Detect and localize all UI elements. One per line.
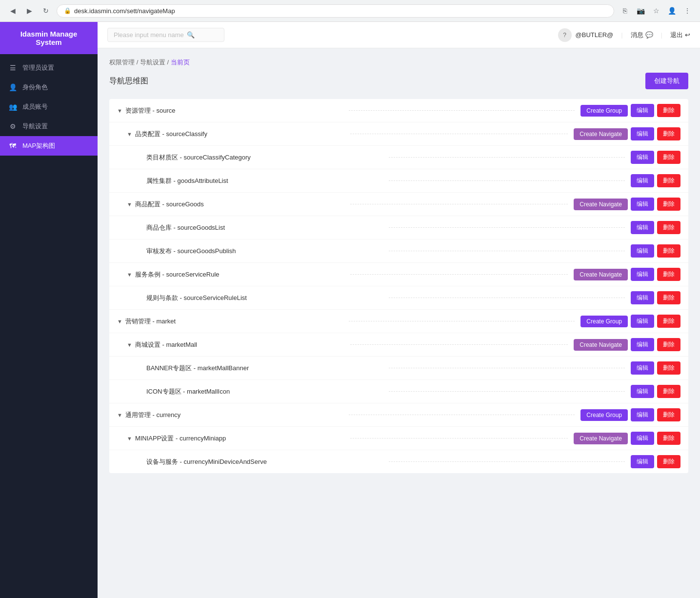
sidebar-item-admin-settings[interactable]: ☰ 管理员设置 [0, 58, 98, 78]
search-box[interactable]: Please input menu name 🔍 [107, 28, 224, 42]
logout-label: 退出 [670, 31, 683, 40]
row-text: 属性集群 - goodsAttributeList [146, 177, 228, 185]
edit-button[interactable]: 编辑 [631, 127, 654, 140]
sidebar-item-label: MAP架构图 [22, 141, 55, 150]
screenshot-button[interactable]: 📷 [634, 4, 647, 18]
delete-button[interactable]: 删除 [657, 432, 680, 445]
delete-button[interactable]: 删除 [657, 338, 680, 351]
edit-button[interactable]: 编辑 [631, 338, 654, 351]
row-text: 品类配置 - sourceClassify [135, 130, 207, 139]
create-navigate-button[interactable]: Create Navigate [574, 433, 628, 444]
dashed-line [389, 227, 625, 228]
tree-row: 商品仓库 - sourceGoodsList 编辑 删除 [109, 216, 688, 239]
delete-button[interactable]: 删除 [657, 151, 680, 164]
edit-button[interactable]: 编辑 [631, 408, 654, 421]
member-icon: 👥 [8, 102, 18, 112]
tree-row: ▼ 通用管理 - currency Create Group 编辑 删除 [109, 403, 688, 427]
tree-label: ▼ 商品配置 - sourceGoods [127, 200, 344, 209]
cast-button[interactable]: ⎘ [618, 4, 632, 18]
avatar: ? [558, 28, 572, 42]
create-navigate-button[interactable]: Create Navigate [574, 269, 628, 280]
edit-button[interactable]: 编辑 [631, 221, 654, 234]
back-button[interactable]: ◀ [6, 4, 20, 18]
row-text: 审核发布 - sourceGoodsPublish [146, 247, 236, 256]
profile-button[interactable]: 👤 [665, 4, 679, 18]
create-group-button[interactable]: Create Group [580, 316, 628, 327]
delete-button[interactable]: 删除 [657, 127, 680, 140]
edit-button[interactable]: 编辑 [631, 104, 654, 117]
delete-button[interactable]: 删除 [657, 455, 680, 468]
delete-button[interactable]: 删除 [657, 198, 680, 211]
dashed-line [350, 438, 568, 439]
caret-icon[interactable]: ▼ [117, 108, 122, 114]
row-text: 商城设置 - marketMall [135, 340, 197, 349]
edit-button[interactable]: 编辑 [631, 432, 654, 445]
sidebar: Idasmin Manage System ☰ 管理员设置 👤 身份角色 👥 成… [0, 22, 98, 598]
row-text: ICON专题区 - marketMallIcon [146, 387, 230, 396]
create-group-button[interactable]: Create Group [580, 409, 628, 421]
edit-button[interactable]: 编辑 [631, 291, 654, 304]
bookmark-button[interactable]: ☆ [649, 4, 663, 18]
tree-row: ▼ 营销管理 - market Create Group 编辑 删除 [109, 310, 688, 333]
row-text: 资源管理 - source [125, 106, 176, 115]
content-area: 权限管理 / 导航设置 / 当前页 导航思维图 创建导航 ▼ 资源管理 - so… [98, 48, 700, 483]
logout-link[interactable]: 退出 ↩ [670, 31, 690, 40]
caret-icon[interactable]: ▼ [117, 319, 122, 324]
dashed-line [389, 391, 625, 392]
caret-icon[interactable]: ▼ [127, 201, 132, 207]
edit-button[interactable]: 编辑 [631, 455, 654, 468]
create-navigate-button[interactable]: Create Navigate [574, 128, 628, 140]
forward-button[interactable]: ▶ [22, 4, 36, 18]
delete-button[interactable]: 删除 [657, 385, 680, 398]
dashed-line [350, 344, 568, 345]
url-bar[interactable]: 🔒 desk.idasmin.com/sett/navigateMap [57, 4, 614, 18]
create-navigate-button[interactable]: Create Navigate [574, 339, 628, 351]
dashed-line [350, 204, 568, 204]
dashed-line [389, 157, 625, 158]
tree-label: ▼ 通用管理 - currency [117, 411, 343, 419]
edit-button[interactable]: 编辑 [631, 198, 654, 211]
tree-actions: 编辑 删除 [631, 385, 680, 398]
edit-button[interactable]: 编辑 [631, 361, 654, 375]
delete-button[interactable]: 删除 [657, 244, 680, 258]
edit-button[interactable]: 编辑 [631, 244, 654, 258]
edit-button[interactable]: 编辑 [631, 268, 654, 281]
sidebar-item-map[interactable]: 🗺 MAP架构图 [0, 136, 98, 156]
sidebar-item-nav-settings[interactable]: ⚙ 导航设置 [0, 117, 98, 136]
menu-button[interactable]: ⋮ [680, 4, 694, 18]
edit-button[interactable]: 编辑 [631, 151, 654, 164]
caret-icon[interactable]: ▼ [117, 412, 122, 418]
tree-table: ▼ 资源管理 - source Create Group 编辑 删除 ▼ 品类配… [109, 99, 688, 473]
tree-row: ICON专题区 - marketMallIcon 编辑 删除 [109, 380, 688, 403]
caret-icon[interactable]: ▼ [127, 131, 132, 137]
lock-icon: 🔒 [64, 7, 71, 14]
create-navigate-button[interactable]: Create Navigate [574, 199, 628, 210]
delete-button[interactable]: 删除 [657, 221, 680, 234]
dashed-line [350, 134, 568, 134]
header-right: ? @BUTLER@ | 消息 💬 | 退出 ↩ [558, 28, 690, 42]
sidebar-item-member[interactable]: 👥 成员账号 [0, 97, 98, 117]
tree-actions: Create Navigate 编辑 删除 [574, 268, 680, 281]
sidebar-item-role[interactable]: 👤 身份角色 [0, 78, 98, 97]
caret-icon[interactable]: ▼ [127, 342, 132, 348]
edit-button[interactable]: 编辑 [631, 315, 654, 328]
tree-actions: 编辑 删除 [631, 244, 680, 258]
delete-button[interactable]: 删除 [657, 268, 680, 281]
delete-button[interactable]: 删除 [657, 291, 680, 304]
browser-actions: ⎘ 📷 ☆ 👤 ⋮ [618, 4, 694, 18]
caret-icon[interactable]: ▼ [127, 436, 132, 441]
refresh-button[interactable]: ↻ [39, 4, 53, 18]
delete-button[interactable]: 删除 [657, 104, 680, 117]
delete-button[interactable]: 删除 [657, 315, 680, 328]
map-icon: 🗺 [8, 141, 18, 151]
edit-button[interactable]: 编辑 [631, 385, 654, 398]
create-group-button[interactable]: Create Group [580, 105, 628, 117]
message-link[interactable]: 消息 💬 [631, 31, 653, 40]
delete-button[interactable]: 删除 [657, 174, 680, 187]
delete-button[interactable]: 删除 [657, 408, 680, 421]
search-icon: 🔍 [187, 31, 195, 39]
delete-button[interactable]: 删除 [657, 361, 680, 375]
edit-button[interactable]: 编辑 [631, 174, 654, 187]
caret-icon[interactable]: ▼ [127, 272, 132, 278]
create-nav-button[interactable]: 创建导航 [645, 73, 688, 89]
